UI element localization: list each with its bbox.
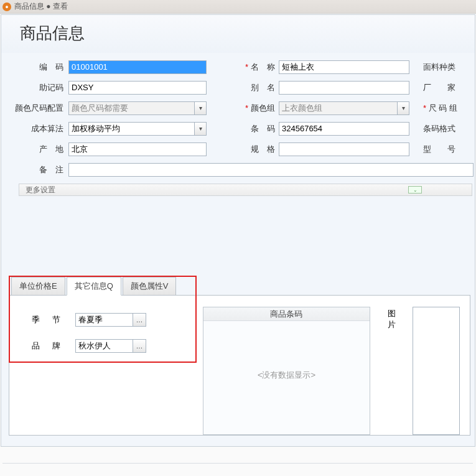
tab-body: 季节 … 品牌 … 商品条码 <没有数据显示> 图片 <box>9 296 470 436</box>
titlebar-text: 商品信息 ● 查看 <box>14 1 68 12</box>
label-remark: 备 注 <box>1 164 68 175</box>
label-mnemonic: 助记码 <box>1 82 68 93</box>
label-spec: 规 格 <box>226 144 279 155</box>
colorsize-value[interactable] <box>68 101 194 115</box>
more-label: 更多设置 <box>26 185 55 195</box>
season-picker[interactable]: … <box>75 313 146 327</box>
label-alias: 别 名 <box>226 82 279 93</box>
other-info-column: 季节 … 品牌 … <box>19 307 197 424</box>
cost-combo[interactable]: ▾ <box>68 122 207 136</box>
remark-input[interactable] <box>68 163 474 177</box>
mnemonic-input[interactable] <box>68 81 207 95</box>
label-origin: 产 地 <box>1 144 68 155</box>
label-code: 编 码 <box>1 62 68 73</box>
label-cost: 成本算法 <box>1 123 68 134</box>
image-panel: 图片 <box>388 307 460 424</box>
label-colorgrp: 颜色组 <box>226 103 279 114</box>
name-input[interactable] <box>279 60 409 74</box>
label-season: 季节 <box>19 314 75 325</box>
brand-input[interactable] <box>75 339 133 353</box>
chevron-down-icon[interactable]: ▾ <box>194 122 207 136</box>
app-icon: ● <box>2 2 11 11</box>
barcode-panel-title: 商品条码 <box>203 307 370 321</box>
colorsize-combo[interactable]: ▾ <box>68 101 207 115</box>
origin-input[interactable] <box>68 142 207 156</box>
label-factory: 厂 家 <box>423 82 455 93</box>
expand-chevron-icon[interactable]: ⌄ <box>408 186 422 194</box>
code-input[interactable] <box>68 60 207 74</box>
barcode-input[interactable] <box>279 122 409 136</box>
label-model: 型 号 <box>423 144 455 155</box>
more-settings-bar[interactable]: 更多设置 ⌄ <box>19 184 472 196</box>
tab-unit-price[interactable]: 单位价格E <box>11 277 65 296</box>
colorgrp-combo[interactable]: ▾ <box>279 101 409 115</box>
label-image: 图片 <box>388 307 403 424</box>
season-input[interactable] <box>75 313 133 327</box>
ellipsis-icon[interactable]: … <box>133 339 146 353</box>
tabstrip: 单位价格E 其它信息Q 颜色属性V <box>9 276 470 296</box>
label-name: 名 称 <box>226 62 279 73</box>
image-box[interactable] <box>413 307 460 435</box>
barcode-panel: 商品条码 <没有数据显示> <box>203 307 370 435</box>
page-title: 商品信息 <box>1 15 475 53</box>
label-fabric: 面料种类 <box>423 62 455 73</box>
label-colorsize: 颜色尺码配置 <box>1 103 68 114</box>
ellipsis-icon[interactable]: … <box>133 313 146 327</box>
spec-input[interactable] <box>279 142 409 156</box>
barcode-empty-text: <没有数据显示> <box>203 370 370 381</box>
chevron-down-icon[interactable]: ▾ <box>397 101 409 115</box>
chevron-down-icon[interactable]: ▾ <box>194 101 207 115</box>
form-area: 编 码 名 称 面料种类 助记码 别 名 厂 家 颜色尺码配置 ▾ 颜色组 ▾ <box>1 53 475 196</box>
footer-divider <box>2 463 473 464</box>
alias-input[interactable] <box>279 81 409 95</box>
cost-value[interactable] <box>68 122 194 136</box>
tab-other-info[interactable]: 其它信息Q <box>67 277 121 296</box>
colorgrp-value[interactable] <box>279 101 397 115</box>
brand-picker[interactable]: … <box>75 339 146 353</box>
window-titlebar: ● 商品信息 ● 查看 <box>0 0 476 14</box>
tabs-region: 单位价格E 其它信息Q 颜色属性V 季节 … 品牌 … 商品条码 <没 <box>9 276 470 436</box>
tab-color-attr[interactable]: 颜色属性V <box>123 277 177 296</box>
label-barfmt: 条码格式 <box>423 123 455 134</box>
label-brand: 品牌 <box>19 340 75 352</box>
label-barcode: 条 码 <box>226 123 279 134</box>
label-sizegrp: 尺 码 组 <box>423 103 457 114</box>
